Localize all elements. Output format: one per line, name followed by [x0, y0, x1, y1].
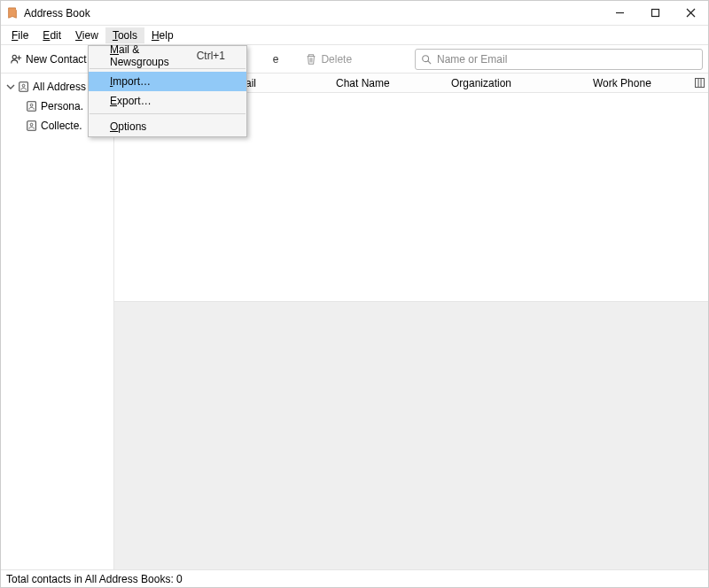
right-pane: Email Chat Name Organization Work Phone — [114, 74, 708, 569]
search-input[interactable] — [437, 53, 697, 66]
content: All Address Persona. Collecte. Email Cha… — [1, 74, 708, 569]
menu-item-options[interactable]: Options — [89, 117, 246, 136]
column-work-phone[interactable]: Work Phone — [584, 77, 690, 89]
svg-point-14 — [30, 123, 33, 126]
titlebar: Address Book — [1, 1, 708, 26]
svg-point-7 — [423, 55, 429, 61]
window-controls — [602, 1, 708, 26]
menu-help[interactable]: Help — [144, 27, 181, 43]
menu-item-label: Export… — [110, 95, 152, 107]
search-icon — [421, 54, 432, 65]
menu-separator — [90, 68, 245, 69]
menu-item-label: Import… — [110, 75, 151, 88]
menu-edit[interactable]: Edit — [35, 27, 68, 43]
svg-point-12 — [30, 104, 33, 106]
sidebar: All Address Persona. Collecte. — [1, 74, 114, 569]
person-plus-icon — [10, 53, 22, 66]
sidebar-label-all: All Address — [33, 81, 86, 93]
menu-item-label: Options — [110, 120, 146, 133]
sidebar-label-collected: Collecte. — [41, 120, 82, 132]
contact-details — [114, 301, 708, 569]
column-organization[interactable]: Organization — [442, 77, 584, 89]
menu-item-mail-newsgroups[interactable]: Mail & Newsgroups Ctrl+1 — [89, 46, 246, 66]
svg-point-10 — [22, 84, 25, 87]
menu-item-import[interactable]: Import… — [89, 72, 246, 91]
column-chat[interactable]: Chat Name — [327, 77, 442, 89]
close-button[interactable] — [673, 1, 708, 26]
write-fragment: e — [273, 53, 279, 66]
menu-separator — [90, 113, 245, 114]
delete-button[interactable]: Delete — [301, 51, 355, 67]
menu-file[interactable]: File — [4, 27, 35, 43]
delete-label: Delete — [321, 53, 352, 66]
maximize-button[interactable] — [637, 1, 673, 26]
search-box[interactable] — [415, 49, 703, 70]
minimize-button[interactable] — [602, 1, 637, 26]
statusbar: Total contacts in All Address Books: 0 — [1, 569, 708, 587]
svg-rect-15 — [695, 79, 704, 88]
sidebar-label-personal: Persona. — [41, 100, 83, 112]
menu-tools[interactable]: Tools — [105, 27, 144, 43]
menu-view[interactable]: View — [68, 27, 105, 43]
window-title: Address Book — [24, 7, 90, 19]
tools-menu-dropdown: Mail & Newsgroups Ctrl+1 Import… Export…… — [88, 45, 247, 137]
svg-point-4 — [12, 55, 16, 58]
new-contact-button[interactable]: New Contact — [6, 51, 90, 67]
column-picker-button[interactable] — [690, 78, 708, 88]
address-book-icon — [26, 100, 38, 112]
menubar: File Edit View Tools Help — [1, 26, 708, 45]
menu-item-export[interactable]: Export… — [89, 91, 246, 111]
address-book-icon — [18, 81, 30, 93]
app-icon — [6, 7, 19, 19]
svg-rect-1 — [651, 10, 658, 17]
address-book-icon — [26, 120, 38, 132]
column-picker-icon — [695, 78, 705, 88]
menu-item-shortcut: Ctrl+1 — [197, 50, 225, 62]
svg-line-8 — [428, 60, 431, 63]
trash-icon — [305, 53, 317, 66]
chevron-down-icon — [6, 82, 15, 91]
status-text: Total contacts in All Address Books: 0 — [6, 573, 183, 585]
menu-item-label: Mail & Newsgroups — [110, 43, 197, 68]
new-contact-label: New Contact — [26, 53, 87, 66]
